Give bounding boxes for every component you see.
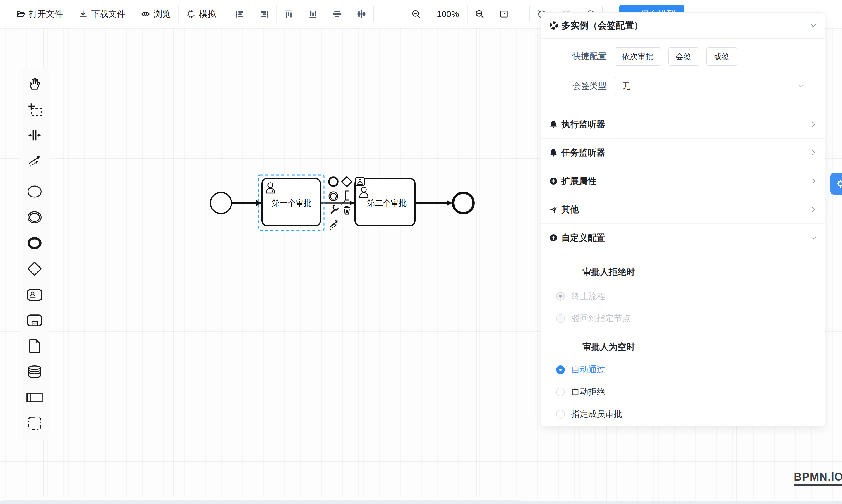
section-other[interactable]: 其他: [541, 195, 825, 224]
open-file-label: 打开文件: [29, 8, 63, 20]
section-custom-config[interactable]: 自定义配置: [541, 224, 825, 252]
align-right-button[interactable]: [252, 5, 276, 23]
user-task-node-1[interactable]: 第一个审批: [262, 178, 320, 226]
chevron-right-icon: [810, 206, 817, 213]
sign-type-label: 会签类型: [549, 80, 607, 92]
bpmn-editor: 打开文件 下载文件 浏览 模拟: [0, 0, 842, 504]
simulate-button[interactable]: 模拟: [178, 5, 224, 23]
section-label: 任务监听器: [561, 147, 810, 159]
hand-tool[interactable]: [20, 71, 49, 96]
open-file-button[interactable]: 打开文件: [8, 5, 71, 23]
radio-label: 自动通过: [571, 364, 605, 376]
horizontal-scrollbar[interactable]: [2, 497, 521, 501]
append-intermediate-event-icon[interactable]: [329, 192, 338, 201]
radio-terminate-process[interactable]: 终止流程: [541, 285, 825, 307]
palette-divider: [25, 176, 43, 176]
divider-line: [553, 347, 574, 347]
create-start-event[interactable]: [20, 179, 49, 204]
chevron-down-icon[interactable]: [809, 22, 817, 29]
chevron-right-icon: [810, 178, 817, 184]
reject-group-header: 审批人拒绝时: [541, 266, 825, 278]
radio-auto-pass[interactable]: 自动通过: [541, 359, 825, 381]
radio-label: 自动拒绝: [571, 386, 605, 398]
gear-icon: [836, 179, 842, 189]
section-label: 执行监听器: [561, 119, 810, 130]
create-group[interactable]: [20, 410, 49, 436]
chevron-right-icon: [810, 149, 817, 156]
create-intermediate-event[interactable]: [20, 204, 49, 230]
bpmn-io-logo[interactable]: BPMN.iO: [794, 471, 842, 486]
radio-label: 驳回到指定节点: [571, 313, 631, 324]
sign-type-select[interactable]: 无: [615, 77, 812, 95]
radio-icon: [556, 410, 565, 419]
append-gateway-icon[interactable]: [342, 177, 352, 187]
chevron-right-icon: [810, 121, 817, 128]
end-event-node[interactable]: [453, 193, 474, 213]
bottom-strip: [0, 501, 842, 504]
wrench-icon[interactable]: [331, 205, 338, 213]
radio-label: 指定成员审批: [571, 408, 622, 420]
align-center-horizontal-icon: [332, 9, 342, 19]
empty-group-title: 审批人为空时: [582, 341, 635, 353]
file-button-group: 打开文件 下载文件 浏览 模拟: [8, 5, 224, 23]
create-user-task[interactable]: [20, 282, 49, 307]
sequential-approval-button[interactable]: 依次审批: [615, 48, 661, 66]
simulate-label: 模拟: [199, 8, 216, 20]
create-data-store[interactable]: [20, 359, 49, 385]
sequence-flow[interactable]: [232, 200, 262, 206]
lasso-tool[interactable]: [20, 96, 49, 122]
trash-icon[interactable]: [344, 206, 350, 214]
panel-header[interactable]: 多实例（会签配置）: [541, 13, 825, 39]
open-folder-icon: [16, 10, 25, 19]
section-label: 扩展属性: [561, 175, 810, 187]
task-label: 第一个审批: [272, 199, 312, 208]
quick-config-buttons: 依次审批 会签 或签: [615, 48, 737, 66]
preview-button[interactable]: 浏览: [133, 5, 178, 23]
radio-auto-reject[interactable]: 自动拒绝: [541, 381, 825, 403]
create-subprocess[interactable]: [20, 307, 49, 333]
sign-type-value: 无: [622, 80, 798, 92]
global-connect-tool[interactable]: [20, 148, 49, 174]
create-data-object[interactable]: [20, 333, 49, 359]
countersign-button[interactable]: 会签: [668, 48, 699, 66]
align-left-button[interactable]: [228, 5, 252, 23]
align-center-vertical-icon: [356, 9, 366, 19]
radio-label: 终止流程: [571, 290, 605, 302]
plus-circle-icon: [549, 177, 558, 185]
align-bottom-button[interactable]: [301, 5, 325, 23]
zoom-in-button[interactable]: [468, 5, 492, 23]
align-center-vertical-button[interactable]: [349, 5, 373, 23]
zoom-out-button[interactable]: [404, 5, 428, 23]
section-task-listener[interactable]: 任务监听器: [541, 139, 825, 167]
connect-icon[interactable]: [330, 220, 338, 230]
settings-tab[interactable]: [830, 173, 842, 195]
fit-viewport-button[interactable]: [492, 5, 516, 23]
align-center-horizontal-button[interactable]: [325, 5, 349, 23]
quick-config-row: 快捷配置 依次审批 会签 或签: [541, 48, 825, 66]
sequence-flow[interactable]: [320, 201, 355, 205]
download-file-label: 下载文件: [91, 8, 125, 20]
create-participant[interactable]: [20, 385, 49, 410]
divider-line: [553, 272, 574, 272]
space-tool[interactable]: [20, 122, 49, 148]
create-end-event[interactable]: [20, 230, 49, 256]
download-file-button[interactable]: 下载文件: [71, 5, 133, 23]
align-top-button[interactable]: [276, 5, 301, 23]
align-top-icon: [284, 9, 294, 19]
radio-assign-member[interactable]: 指定成员审批: [541, 403, 825, 425]
create-gateway[interactable]: [20, 256, 49, 282]
align-bottom-icon: [308, 9, 318, 19]
section-execution-listener[interactable]: 执行监听器: [541, 110, 825, 139]
sequence-flow[interactable]: [415, 200, 453, 206]
start-event-node[interactable]: [210, 193, 231, 214]
radio-icon: [556, 388, 565, 396]
append-user-task-icon[interactable]: [355, 177, 365, 186]
zoom-button-group: 100%: [404, 5, 516, 23]
eye-icon: [141, 10, 150, 19]
multi-instance-icon: [549, 21, 558, 30]
append-end-event-icon[interactable]: [329, 177, 338, 186]
or-sign-button[interactable]: 或签: [706, 48, 737, 66]
radio-icon: [556, 292, 565, 301]
radio-return-to-node[interactable]: 驳回到指定节点: [541, 307, 825, 330]
section-extension-properties[interactable]: 扩展属性: [541, 167, 825, 195]
